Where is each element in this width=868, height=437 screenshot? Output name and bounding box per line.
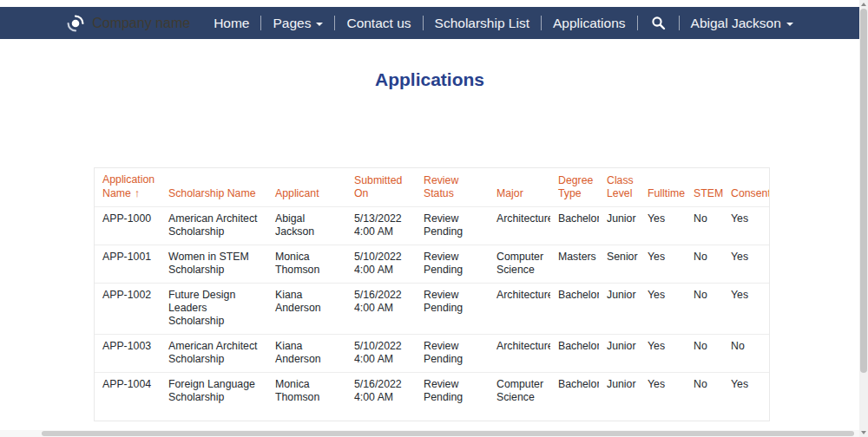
triangle-down-icon xyxy=(861,431,866,434)
vertical-scrollbar-thumb[interactable] xyxy=(860,9,867,373)
table-cell: No xyxy=(686,245,723,284)
table-cell: Yes xyxy=(723,207,769,245)
table-cell: American Architect Scholarship xyxy=(161,207,267,245)
column-header[interactable]: Class Level xyxy=(599,168,640,207)
table-cell: Review Pending xyxy=(416,373,489,411)
nav-separator xyxy=(260,16,261,30)
sort-ascending-icon: ↑ xyxy=(135,186,141,199)
nav-item-pages[interactable]: Pages xyxy=(273,16,323,31)
column-header-label: Major xyxy=(496,187,523,199)
table-cell: No xyxy=(686,335,723,373)
table-cell: Kiana Anderson xyxy=(267,284,346,335)
table-cell: Bachelor xyxy=(550,373,599,411)
table-row[interactable]: APP-1001Women in STEM ScholarshipMonica … xyxy=(95,245,769,284)
column-header-label: Application Name xyxy=(102,173,155,199)
company-logo-icon xyxy=(66,14,85,33)
horizontal-scrollbar-thumb[interactable] xyxy=(42,431,854,436)
vertical-scrollbar xyxy=(859,0,868,437)
table-cell: 5/10/2022 4:00 AM xyxy=(346,245,416,284)
table-cell: Future Design Leaders Scholarship xyxy=(161,284,267,335)
column-header-label: Submitted On xyxy=(354,174,402,199)
table-cell: Yes xyxy=(640,245,686,284)
table-cell: Bachelor xyxy=(550,335,599,373)
search-button[interactable] xyxy=(649,16,667,30)
column-header[interactable]: Degree Type xyxy=(550,168,599,207)
table-cell: Women in STEM Scholarship xyxy=(161,245,267,284)
column-header-label: STEM xyxy=(694,187,723,199)
chevron-down-icon xyxy=(786,23,793,26)
nav-item-applications[interactable]: Applications xyxy=(553,16,626,31)
table-cell: Yes xyxy=(640,207,686,245)
table-cell: Foreign Language Scholarship xyxy=(161,373,267,411)
table-cell: APP-1000 xyxy=(95,207,161,245)
table-cell: Yes xyxy=(723,284,769,335)
table-cell: Junior xyxy=(599,207,640,245)
brand-logo[interactable]: Company name xyxy=(66,14,190,33)
nav-separator xyxy=(334,16,335,30)
table-cell: Senior xyxy=(599,245,640,284)
column-header-label: Class Level xyxy=(607,174,634,199)
table-cell: Monica Thomson xyxy=(267,245,346,284)
table-cell: APP-1002 xyxy=(95,284,161,335)
table-row[interactable]: APP-1003American Architect ScholarshipKi… xyxy=(95,335,769,373)
column-header[interactable]: Review Status xyxy=(416,168,489,207)
table-cell: Architecture xyxy=(489,284,550,335)
table-cell: APP-1001 xyxy=(95,245,161,284)
page: Company name Home Pages Contact us Schol… xyxy=(0,0,868,437)
column-header[interactable]: Scholarship Name xyxy=(161,168,267,207)
table-row[interactable]: APP-1000American Architect ScholarshipAb… xyxy=(95,207,769,245)
scroll-down-button[interactable] xyxy=(859,428,868,437)
table-cell: Yes xyxy=(640,373,686,411)
table-cell: 5/16/2022 4:00 AM xyxy=(346,373,416,411)
nav-separator xyxy=(541,16,542,30)
table-cell: Architecture xyxy=(489,335,550,373)
column-header[interactable]: Fulltime xyxy=(640,168,686,207)
table-cell: APP-1003 xyxy=(95,335,161,373)
table-cell: Computer Science xyxy=(489,245,550,284)
table-cell: Bachelor xyxy=(550,284,599,335)
search-icon xyxy=(651,16,666,30)
column-header-label: Fulltime xyxy=(648,187,685,199)
triangle-up-icon xyxy=(861,3,866,6)
chevron-down-icon xyxy=(316,23,323,26)
user-menu-label: Abigal Jackson xyxy=(691,16,781,31)
column-header-label: Scholarship Name xyxy=(168,187,255,199)
table-cell: Monica Thomson xyxy=(267,373,346,411)
table-cell: No xyxy=(686,373,723,411)
top-navbar: Company name Home Pages Contact us Schol… xyxy=(0,7,859,39)
nav-item-home[interactable]: Home xyxy=(214,16,249,31)
column-header[interactable]: Application Name↑ xyxy=(95,168,161,207)
horizontal-scrollbar xyxy=(0,430,859,437)
nav-item-pages-label: Pages xyxy=(273,16,311,31)
user-menu[interactable]: Abigal Jackson xyxy=(691,16,793,31)
table-cell: Junior xyxy=(599,373,640,411)
table-row[interactable]: APP-1002Future Design Leaders Scholarshi… xyxy=(95,284,769,335)
column-header[interactable]: Consent xyxy=(723,168,769,207)
table-cell: No xyxy=(723,335,769,373)
table-cell: Junior xyxy=(599,284,640,335)
table-cell: No xyxy=(686,207,723,245)
table-cell: Review Pending xyxy=(416,207,489,245)
table-cell: Junior xyxy=(599,335,640,373)
table-cell: Yes xyxy=(640,335,686,373)
scroll-up-button[interactable] xyxy=(859,0,868,9)
column-header[interactable]: Major xyxy=(489,168,550,207)
column-header[interactable]: Applicant xyxy=(267,168,346,207)
column-header[interactable]: STEM xyxy=(686,168,723,207)
table-row[interactable]: APP-1004Foreign Language ScholarshipMoni… xyxy=(95,373,769,411)
table-cell: Abigal Jackson xyxy=(267,207,346,245)
applications-table: Application Name↑Scholarship NameApplica… xyxy=(95,168,769,410)
nav-item-scholarship-list[interactable]: Scholarship List xyxy=(435,16,529,31)
table-cell: 5/13/2022 4:00 AM xyxy=(346,207,416,245)
table-cell: Yes xyxy=(723,245,769,284)
brand-name: Company name xyxy=(92,16,190,31)
applications-table-container: Application Name↑Scholarship NameApplica… xyxy=(94,167,770,421)
nav-item-contact-us[interactable]: Contact us xyxy=(346,16,411,31)
table-body: APP-1000American Architect ScholarshipAb… xyxy=(95,207,769,411)
column-header[interactable]: Submitted On xyxy=(346,168,416,207)
column-header-label: Review Status xyxy=(424,174,458,199)
table-cell: Review Pending xyxy=(416,245,489,284)
column-header-label: Applicant xyxy=(275,187,319,199)
table-cell: Architecture xyxy=(489,207,550,245)
table-header-row: Application Name↑Scholarship NameApplica… xyxy=(95,168,769,207)
